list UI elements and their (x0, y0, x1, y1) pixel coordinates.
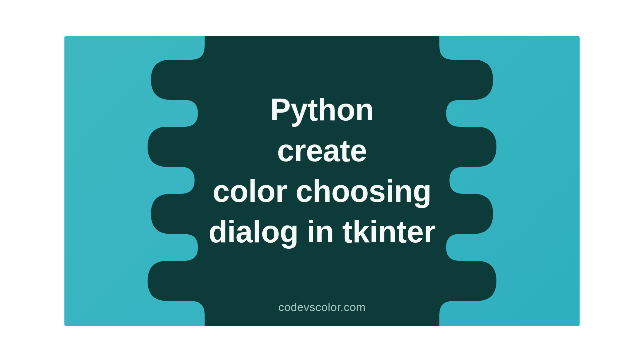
title-line-1: Python (209, 89, 435, 130)
title-line-3: color choosing (209, 171, 435, 212)
content-area: Python create color choosing dialog in t… (64, 36, 580, 326)
title-line-2: create (209, 130, 435, 171)
banner-card: Python create color choosing dialog in t… (64, 36, 580, 326)
banner-title: Python create color choosing dialog in t… (209, 89, 435, 252)
watermark-text: codevscolor.com (278, 301, 366, 314)
title-line-4: dialog in tkinter (209, 212, 435, 252)
